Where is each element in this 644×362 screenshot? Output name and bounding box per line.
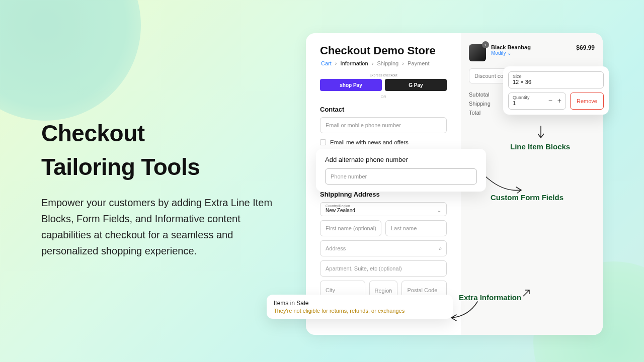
callout-custom-form: Custom Form Fields [491,193,564,202]
chevron-down-icon: ⌄ [507,50,511,56]
chevron-down-icon: ⌄ [388,286,392,292]
quantity-stepper[interactable]: Quantity 1 − + [508,93,566,110]
news-label: Email me with news and offers [330,139,409,145]
alt-phone-input[interactable] [325,168,477,185]
search-icon: ⌕ [439,245,442,251]
breadcrumb: Cart › Information › Shipping › Payment [320,60,447,66]
plus-icon[interactable]: + [557,97,561,105]
last-name-input[interactable] [385,220,447,236]
alt-phone-title: Add alternate phone number [325,156,477,163]
product-thumbnail: 1 [469,44,486,61]
crumb-payment[interactable]: Payment [408,60,429,66]
chevron-down-icon: ⌄ [437,208,441,213]
shipping-address-label: Shippinng Address [320,191,447,198]
crumb-cart[interactable]: Cart [321,60,332,66]
google-pay-button[interactable]: G Pay [385,79,447,91]
remove-button[interactable]: Remove [570,93,604,110]
email-phone-input[interactable] [320,117,447,133]
alt-phone-popout: Add alternate phone number [316,149,486,192]
callout-line-item: Line Item Blocks [510,142,570,151]
promo-body: Empower your customers by adding Extra L… [41,195,278,259]
promo-title: Checkout Tailoring Tools [41,117,278,184]
apartment-input[interactable] [320,260,447,277]
modify-popover: Size 12 × 36 Quantity 1 − + Remo [503,66,609,115]
crumb-shipping[interactable]: Shipping [377,60,398,66]
news-checkbox[interactable] [320,139,326,145]
size-field[interactable]: Size 12 × 36 [508,71,604,88]
product-price: $69.99 [576,44,595,51]
first-name-input[interactable] [320,220,381,236]
callout-extra-info: Extra Information [459,293,521,302]
checkout-card: Checkout Demo Store Cart › Information ›… [306,33,603,335]
promo-block: Checkout Tailoring Tools Empower your cu… [41,117,278,259]
minus-icon[interactable]: − [548,97,552,105]
country-select[interactable]: Country/Region New Zealand ⌄ [320,202,447,216]
contact-label: Contact [320,106,447,113]
sale-title: Items in Sale [274,300,446,307]
product-name: Black Beanbag [491,44,571,50]
store-title: Checkout Demo Store [320,44,447,57]
express-checkout-label: Express checkout [320,73,447,77]
sale-info-card: Items in Sale They're not eligible for r… [267,295,453,319]
address-input[interactable] [320,240,447,256]
sale-text: They're not eligible for returns, refund… [274,308,446,314]
shop-pay-button[interactable]: shop Pay [320,79,382,91]
modify-link[interactable]: Modify ⌄ [491,50,571,56]
quantity-badge: 1 [482,41,489,48]
divider-or: OR [320,95,447,99]
crumb-information[interactable]: Information [341,60,368,66]
